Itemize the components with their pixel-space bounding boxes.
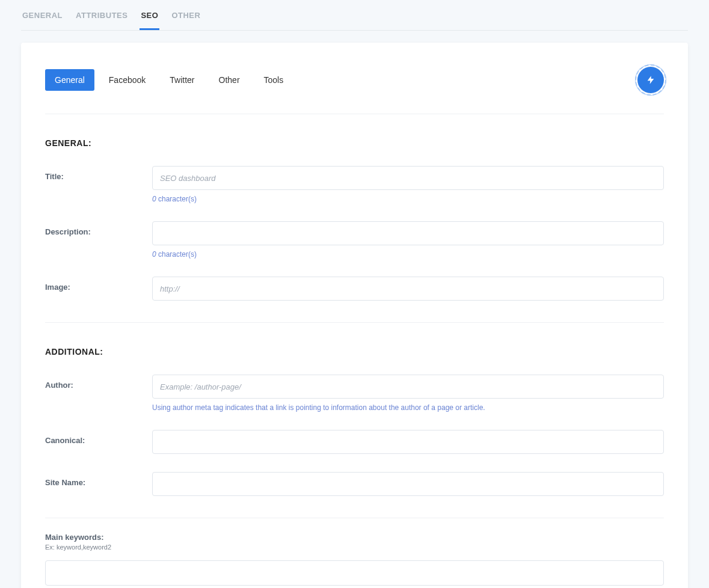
label-sitename: Site Name: bbox=[45, 472, 152, 487]
input-sitename[interactable] bbox=[152, 472, 664, 496]
label-canonical: Canonical: bbox=[45, 430, 152, 445]
card-header: General Facebook Twitter Other Tools bbox=[45, 67, 664, 114]
section-additional-title: ADDITIONAL: bbox=[45, 347, 664, 357]
section-general-title: GENERAL: bbox=[45, 138, 664, 148]
inner-tabs: General Facebook Twitter Other Tools bbox=[45, 69, 293, 91]
label-keywords: Main keywords: bbox=[45, 533, 664, 542]
row-description: Description: 0 character(s) bbox=[45, 221, 664, 259]
top-tab-attributes[interactable]: ATTRIBUTES bbox=[75, 11, 129, 30]
row-canonical: Canonical: bbox=[45, 430, 664, 454]
divider-1 bbox=[45, 322, 664, 323]
label-image: Image: bbox=[45, 277, 152, 292]
title-count-num: 0 bbox=[152, 195, 156, 203]
inner-tab-other[interactable]: Other bbox=[209, 69, 250, 91]
input-canonical[interactable] bbox=[152, 430, 664, 454]
top-tab-other[interactable]: OTHER bbox=[170, 11, 201, 30]
description-char-count: 0 character(s) bbox=[152, 250, 664, 259]
title-char-count: 0 character(s) bbox=[152, 195, 664, 203]
seo-card: General Facebook Twitter Other Tools GEN… bbox=[21, 43, 688, 588]
row-author: Author: Using author meta tag indicates … bbox=[45, 375, 664, 412]
keywords-sub: Ex: keyword,keyword2 bbox=[45, 544, 664, 551]
inner-tab-twitter[interactable]: Twitter bbox=[160, 69, 204, 91]
label-title: Title: bbox=[45, 166, 152, 181]
page-root: GENERAL ATTRIBUTES SEO OTHER General Fac… bbox=[0, 0, 709, 588]
input-title[interactable] bbox=[152, 166, 664, 190]
input-keywords[interactable] bbox=[45, 560, 664, 586]
divider-2 bbox=[45, 518, 664, 518]
label-author: Author: bbox=[45, 375, 152, 390]
description-count-suffix: character(s) bbox=[156, 250, 197, 259]
top-tabs: GENERAL ATTRIBUTES SEO OTHER bbox=[21, 0, 688, 31]
inner-tab-general[interactable]: General bbox=[45, 69, 94, 91]
input-author[interactable] bbox=[152, 375, 664, 399]
title-count-suffix: character(s) bbox=[156, 195, 197, 203]
label-description: Description: bbox=[45, 221, 152, 236]
input-image[interactable] bbox=[152, 277, 664, 301]
lightning-badge[interactable] bbox=[637, 67, 664, 93]
row-image: Image: bbox=[45, 277, 664, 301]
keywords-block: Main keywords: Ex: keyword,keyword2 bbox=[45, 533, 664, 586]
description-count-num: 0 bbox=[152, 250, 156, 259]
inner-tab-facebook[interactable]: Facebook bbox=[99, 69, 155, 91]
row-title: Title: 0 character(s) bbox=[45, 166, 664, 203]
inner-tab-tools[interactable]: Tools bbox=[254, 69, 293, 91]
top-tab-seo[interactable]: SEO bbox=[140, 11, 159, 30]
lightning-icon bbox=[646, 74, 655, 86]
input-description[interactable] bbox=[152, 221, 664, 245]
author-help: Using author meta tag indicates that a l… bbox=[152, 403, 664, 412]
row-sitename: Site Name: bbox=[45, 472, 664, 496]
top-tab-general[interactable]: GENERAL bbox=[21, 11, 64, 30]
